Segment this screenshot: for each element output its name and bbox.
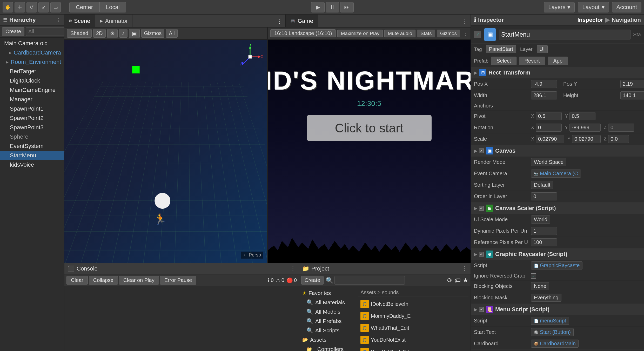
pause-btn[interactable]: ⏸: [326, 2, 339, 12]
scene-all-btn[interactable]: All: [166, 29, 177, 38]
prefab-apply-btn[interactable]: App: [548, 57, 568, 65]
list-item[interactable]: SpawnPoint3: [0, 123, 64, 132]
menu-script-header[interactable]: ▶ ✓ 📜 Menu Script (Script): [471, 304, 644, 315]
menu-script-ref[interactable]: 📄 menuScript: [531, 317, 569, 325]
project-create-btn[interactable]: Create: [301, 276, 324, 285]
list-item-startmenu[interactable]: StartMenu: [0, 151, 64, 160]
hierarchy-create-btn[interactable]: Create: [2, 27, 24, 36]
rect-tool-btn[interactable]: ▭: [50, 2, 61, 12]
scale-tool-btn[interactable]: ⤢: [38, 2, 49, 12]
rot-y-input[interactable]: [569, 124, 601, 132]
asset-item[interactable]: 🎵 YouDoNotExist: [358, 335, 468, 345]
prefab-revert-btn[interactable]: Revert: [519, 57, 545, 65]
layers-dropdown[interactable]: Layers ▾: [544, 2, 575, 12]
graphic-raycaster-checkbox[interactable]: ✓: [479, 252, 484, 256]
script-ref[interactable]: 📄 GraphicRaycaste: [531, 261, 582, 269]
width-input[interactable]: [531, 91, 557, 99]
scale-x-input[interactable]: [536, 135, 564, 143]
rot-z-input[interactable]: [608, 124, 634, 132]
asset-item[interactable]: 🎵 YourNotReal_Ed: [358, 347, 468, 351]
assets-group[interactable]: 📂 Assets: [299, 335, 356, 345]
all-scripts-item[interactable]: 🔍 All Scripts: [299, 326, 356, 335]
hierarchy-options[interactable]: ⋮: [56, 17, 61, 23]
game-tab-options[interactable]: ⋮: [459, 15, 471, 27]
list-item[interactable]: Main Camera old: [0, 39, 64, 48]
sync-icon[interactable]: ⟳: [447, 277, 452, 284]
pos-y-input[interactable]: [620, 80, 644, 88]
list-item[interactable]: ▶ CardboardCamera: [0, 48, 64, 57]
list-item[interactable]: MainGameEngine: [0, 85, 64, 95]
gizmos-btn[interactable]: Gizmos: [437, 30, 460, 37]
list-item[interactable]: BedTarget: [0, 67, 64, 76]
account-dropdown[interactable]: Account: [612, 2, 642, 12]
hand-tool-btn[interactable]: ✋: [3, 2, 13, 12]
canvas-header[interactable]: ▶ ✓ ▣ Canvas: [471, 145, 644, 157]
rect-transform-header[interactable]: ▶ ⊞ Rect Transform: [471, 67, 644, 78]
list-item[interactable]: ▶ Room_Environment: [0, 57, 64, 67]
ref-pixels-input[interactable]: [531, 238, 557, 246]
list-item[interactable]: SpawnPoint2: [0, 113, 64, 123]
go-name-input[interactable]: [499, 30, 630, 39]
console-options[interactable]: ⋮: [290, 265, 296, 272]
tab-inspector[interactable]: Inspector: [578, 17, 603, 23]
aspect-ratio-dropdown[interactable]: 16:10 Landscape (16:10): [270, 29, 336, 37]
sorting-layer-dropdown[interactable]: Default: [531, 181, 553, 189]
scene-tab-options[interactable]: ⋮: [274, 15, 285, 27]
tab-scene[interactable]: ⧉ Scene: [64, 15, 95, 27]
pivot-x-input[interactable]: [536, 112, 562, 120]
fx-btn[interactable]: ▣: [129, 29, 140, 38]
all-prefabs-item[interactable]: 🔍 All Prefabs: [299, 316, 356, 326]
start-text-ref[interactable]: 🔘 Start (Button): [531, 328, 574, 336]
favorites-group[interactable]: ★ Favorites: [299, 288, 356, 298]
list-item[interactable]: SpawnPoint1: [0, 104, 64, 113]
tab-game[interactable]: 🎮 Game: [286, 15, 318, 27]
height-input[interactable]: [620, 91, 644, 99]
game-view[interactable]: KID'S NIGHTMARE 12:30:5 Click to start: [268, 40, 471, 263]
canvas-scaler-header[interactable]: ▶ ✓ ⊞ Canvas Scaler (Script): [471, 203, 644, 214]
scale-z-input[interactable]: [608, 135, 629, 143]
collapse-btn[interactable]: Collapse: [89, 276, 118, 285]
list-item[interactable]: DigitalClock: [0, 76, 64, 85]
project-options[interactable]: ⋮: [462, 265, 467, 272]
bed-target-object[interactable]: [132, 66, 140, 73]
graphic-raycaster-header[interactable]: ▶ ✓ ⊕ Graphic Raycaster (Script): [471, 248, 644, 260]
local-btn[interactable]: Local: [99, 2, 126, 12]
pos-x-input[interactable]: [531, 80, 557, 88]
render-mode-dropdown[interactable]: World Space: [531, 158, 566, 166]
2d-btn[interactable]: 2D: [93, 29, 106, 38]
prefab-select-btn[interactable]: Select: [491, 57, 516, 65]
audio-btn[interactable]: ♪: [119, 29, 128, 38]
shaded-dropdown[interactable]: Shaded: [67, 29, 92, 38]
tab-navigation[interactable]: Navigation: [612, 17, 641, 23]
scale-y-input[interactable]: [572, 135, 601, 143]
list-item[interactable]: kidsVoice: [0, 160, 64, 170]
controllers-item[interactable]: 📁 _Controllers: [299, 345, 356, 351]
play-btn[interactable]: ▶: [311, 2, 325, 12]
error-pause-btn[interactable]: Error Pause: [160, 276, 197, 285]
lighting-btn[interactable]: ☀: [107, 29, 118, 38]
project-search-input[interactable]: [334, 276, 405, 285]
asset-item[interactable]: 🎵 IDoNotBelieveIn: [358, 299, 468, 309]
blocking-objects-dropdown[interactable]: None: [531, 282, 549, 290]
ignore-reversed-checkbox[interactable]: ✓: [531, 273, 536, 279]
tag-dropdown[interactable]: PanelStart: [486, 45, 516, 53]
asset-item[interactable]: 🎵 WhatIsThat_Edit: [358, 323, 468, 333]
maximize-on-play-btn[interactable]: Maximize on Play: [337, 30, 383, 37]
scene-gizmos-btn[interactable]: Gizmos: [141, 29, 165, 38]
rotate-tool-btn[interactable]: ↺: [26, 2, 37, 12]
ui-scale-mode-dropdown[interactable]: World: [531, 215, 550, 224]
list-item[interactable]: EventSystem: [0, 141, 64, 151]
rot-x-input[interactable]: [536, 124, 562, 132]
all-materials-item[interactable]: 🔍 All Materials: [299, 298, 356, 307]
go-active-checkbox[interactable]: ✓: [474, 31, 481, 38]
clear-on-play-btn[interactable]: Clear on Play: [119, 276, 159, 285]
scene-view[interactable]: X Y Z ← Persp ⬤🏃: [64, 40, 268, 263]
layer-dropdown[interactable]: UI: [537, 45, 548, 53]
canvas-scaler-checkbox[interactable]: ✓: [479, 206, 484, 211]
move-tool-btn[interactable]: ✛: [15, 2, 25, 12]
clear-btn[interactable]: Clear: [66, 276, 88, 285]
layout-dropdown[interactable]: Layout ▾: [578, 2, 609, 12]
pivot-y-input[interactable]: [569, 112, 595, 120]
menu-script-checkbox[interactable]: ✓: [479, 307, 484, 312]
center-btn[interactable]: Center: [69, 2, 99, 12]
